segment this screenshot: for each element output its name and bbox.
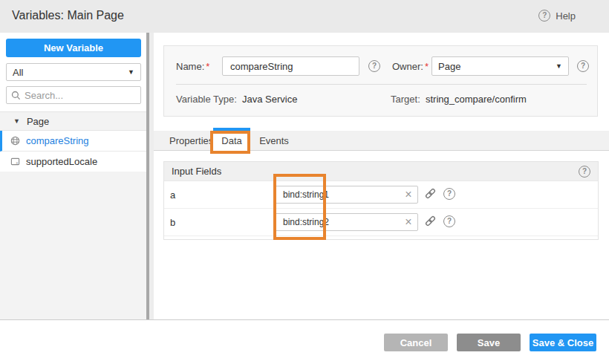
titlebar: Variables: Main Page ? Help [0,0,609,33]
clear-icon[interactable]: × [400,214,417,230]
sidebar: New Variable All ▼ ▼ Page [0,33,146,319]
input-fields-header: Input Fields ? [164,162,598,181]
variables-tree: ▼ Page compareString [0,111,146,172]
sidebar-empty-area [0,172,146,319]
bind-input-b[interactable] [275,217,400,227]
tab-data[interactable]: Data [213,131,250,151]
name-owner-row: Name:* ? Owner:* Page ▼ ? [176,56,587,76]
field-name: b [170,217,175,228]
footer-divider [0,319,609,320]
field-help-icon[interactable]: ? [443,215,455,227]
clear-icon[interactable]: × [400,186,417,203]
type-target-row: Variable Type: Java Service Target: stri… [176,94,587,105]
field-help-icon[interactable]: ? [443,188,455,200]
variable-type-label: Variable Type: [176,94,237,105]
link-binding-icon[interactable] [424,187,437,200]
input-field-row-a: a × ? [164,181,598,209]
svg-text:x: x [16,160,19,165]
tab-bar: Properties Data Events [154,131,609,151]
variable-summary-panel: Name:* ? Owner:* Page ▼ ? Variable Type:… [163,45,598,117]
save-button[interactable]: Save [457,334,521,351]
input-fields-section: Input Fields ? a × ? b [163,161,599,240]
tree-item-label: supportedLocale [26,156,97,167]
name-field[interactable] [222,56,359,76]
help-label: Help [556,10,576,22]
new-variable-button[interactable]: New Variable [6,39,141,57]
help-circle-icon: ? [538,10,550,22]
save-and-close-button[interactable]: Save & Close [530,334,596,351]
service-icon [10,136,20,146]
name-label: Name:* [176,61,209,72]
help-link[interactable]: ? Help [538,10,576,22]
tree-group-page[interactable]: ▼ Page [0,111,146,131]
tree-expander-icon[interactable]: ▼ [13,117,20,125]
filter-selected-value: All [13,67,23,78]
variable-icon: x [10,157,20,166]
panel-divider [176,84,587,85]
tree-item-comparestring[interactable]: compareString [0,131,146,152]
owner-selected-value: Page [438,61,460,72]
variable-filter-dropdown[interactable]: All ▼ [6,63,141,81]
tree-group-label: Page [27,116,49,127]
owner-dropdown[interactable]: Page ▼ [431,56,569,76]
link-binding-icon[interactable] [424,215,437,227]
tree-item-supportedlocale[interactable]: x supportedLocale [0,152,146,172]
chevron-down-icon: ▼ [556,62,562,70]
search-input[interactable] [25,90,136,101]
variables-dialog: Variables: Main Page ? Help New Variable… [0,0,609,364]
field-name: a [170,189,175,201]
owner-help-icon[interactable]: ? [577,60,589,72]
cancel-button[interactable]: Cancel [384,334,448,351]
target-value: string_compare/confirm [426,94,527,105]
sidebar-scrollbar[interactable] [146,33,154,319]
input-fields-help-icon[interactable]: ? [579,166,590,178]
name-help-icon[interactable]: ? [368,60,380,72]
input-fields-title: Input Fields [172,166,221,177]
chevron-down-icon: ▼ [128,68,134,76]
tab-properties[interactable]: Properties [169,131,211,151]
owner-label: Owner:* [392,61,429,72]
variable-type-value: Java Service [242,94,297,105]
target-label: Target: [391,94,420,105]
bind-input-wrapper: × [274,186,418,204]
bind-input-a[interactable] [275,189,400,200]
search-icon [11,91,21,100]
tree-item-label: compareString [26,135,89,146]
active-tab-indicator [213,128,250,131]
input-field-row-b: b × ? [164,209,598,236]
search-box [6,86,141,104]
bind-input-wrapper: × [274,213,418,231]
tab-events[interactable]: Events [256,131,292,151]
required-asterisk: * [425,61,429,72]
required-asterisk: * [206,61,209,72]
page-title: Variables: Main Page [12,9,124,22]
scrollbar-thumb[interactable] [146,33,149,319]
